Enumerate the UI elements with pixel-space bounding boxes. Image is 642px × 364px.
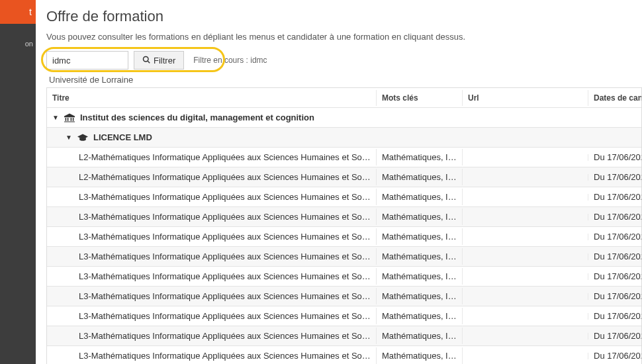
cell-url [463, 273, 588, 280]
filter-button-label: Filtrer [154, 56, 175, 66]
cell-mots: Mathématiques, Informatique [377, 208, 463, 225]
sidebar-header[interactable]: t [0, 0, 36, 24]
table-row[interactable]: L3-Mathématiques Informatique Appliquées… [47, 207, 641, 227]
cell-mots: Mathématiques, Informatique [377, 288, 463, 304]
filter-input[interactable] [46, 51, 128, 69]
cell-dates: Du 17/06/2024 [588, 248, 641, 265]
group-institution-label: Institut des sciences du digital, manage… [80, 113, 314, 122]
page-subtitle: Vous pouvez consulter les formations en … [46, 32, 642, 42]
col-header-mots[interactable]: Mots clés [377, 90, 463, 106]
filter-status: Filtre en cours : idmc [193, 56, 267, 65]
table-header: Titre Mots clés Url Dates de candidature [47, 88, 641, 108]
col-header-dates[interactable]: Dates de candidature [588, 90, 641, 106]
table-row[interactable]: L2-Mathématiques Informatique Appliquées… [47, 148, 641, 167]
cell-mots: Mathématiques, Informatique [377, 248, 463, 265]
svg-point-0 [144, 56, 149, 62]
cell-url [463, 293, 588, 300]
cell-titre: L3-Mathématiques Informatique Appliquées… [47, 208, 377, 225]
cell-mots: Mathématiques, Informatique [377, 189, 463, 205]
cell-url [463, 174, 588, 181]
tree-root-label[interactable]: Université de Lorraine [49, 75, 642, 85]
cell-url [463, 194, 588, 201]
cell-mots: Mathématiques, Informatique [377, 228, 463, 245]
graduation-cap-icon [77, 133, 88, 142]
cell-mots: Mathématiques, Informatique [377, 268, 463, 285]
cell-url [463, 214, 588, 220]
table-row[interactable]: L3-Mathématiques Informatique Appliquées… [47, 287, 641, 306]
cell-dates: Du 17/06/2024 [588, 208, 641, 225]
cell-mots: Mathématiques, Informatique [377, 169, 463, 185]
filter-button[interactable]: Filtrer [134, 51, 184, 69]
sidebar: t on [0, 0, 36, 364]
sidebar-header-label: t [29, 7, 32, 17]
sidebar-item-label: on [25, 40, 33, 48]
cell-url [463, 234, 588, 240]
table-row[interactable]: L3-Mathématiques Informatique Appliquées… [47, 346, 641, 364]
cell-dates: Du 17/06/2024 [588, 268, 641, 285]
chevron-down-icon: ▼ [52, 114, 59, 121]
cell-titre: L3-Mathématiques Informatique Appliquées… [47, 189, 377, 205]
cell-mots: Mathématiques, Informatique [377, 308, 463, 324]
page-title: Offre de formation [46, 8, 642, 25]
table-row[interactable]: L3-Mathématiques Informatique Appliquées… [47, 306, 641, 326]
cell-dates: Du 17/06/2024 [588, 149, 641, 165]
cell-dates: Du 17/06/2024 [588, 288, 641, 304]
cell-titre: L3-Mathématiques Informatique Appliquées… [47, 228, 377, 245]
table-row[interactable]: L3-Mathématiques Informatique Appliquées… [47, 247, 641, 267]
cell-dates: Du 17/06/2024 [588, 169, 641, 185]
cell-titre: L3-Mathématiques Informatique Appliquées… [47, 268, 377, 285]
cell-titre: L3-Mathématiques Informatique Appliquées… [47, 347, 377, 364]
cell-mots: Mathématiques, Informatique [377, 328, 463, 344]
table-row[interactable]: L3-Mathématiques Informatique Appliquées… [47, 227, 641, 247]
cell-dates: Du 17/06/2024 [588, 228, 641, 245]
svg-line-1 [148, 61, 150, 63]
col-header-url[interactable]: Url [463, 90, 588, 106]
group-licence[interactable]: ▼ LICENCE LMD [47, 128, 641, 148]
cell-mots: Mathématiques, Informatique [377, 347, 463, 364]
filter-row: Filtrer Filtre en cours : idmc [46, 51, 642, 69]
cell-url [463, 154, 588, 161]
cell-mots: Mathématiques, Informatique [377, 149, 463, 165]
formations-table: Titre Mots clés Url Dates de candidature… [46, 87, 642, 364]
cell-url [463, 253, 588, 260]
cell-titre: L2-Mathématiques Informatique Appliquées… [47, 169, 377, 185]
cell-titre: L3-Mathématiques Informatique Appliquées… [47, 248, 377, 265]
search-icon [142, 56, 150, 66]
institution-icon [64, 113, 75, 122]
group-licence-label: LICENCE LMD [93, 132, 152, 142]
cell-url [463, 313, 588, 320]
sidebar-item[interactable]: on [0, 24, 36, 50]
cell-dates: Du 17/06/2024 [588, 189, 641, 205]
main-content: Offre de formation Vous pouvez consulter… [36, 0, 642, 364]
table-row[interactable]: L3-Mathématiques Informatique Appliquées… [47, 326, 641, 346]
col-header-titre[interactable]: Titre [47, 90, 377, 106]
cell-titre: L3-Mathématiques Informatique Appliquées… [47, 308, 377, 324]
table-row[interactable]: L3-Mathématiques Informatique Appliquées… [47, 267, 641, 287]
cell-url [463, 353, 588, 359]
chevron-down-icon: ▼ [66, 134, 72, 141]
cell-dates: Du 17/06/2024 [588, 347, 641, 364]
table-row[interactable]: L2-Mathématiques Informatique Appliquées… [47, 167, 641, 187]
cell-titre: L2-Mathématiques Informatique Appliquées… [47, 149, 377, 165]
cell-url [463, 333, 588, 340]
group-institution[interactable]: ▼ Institut des sciences du digital, mana… [47, 108, 641, 128]
cell-titre: L3-Mathématiques Informatique Appliquées… [47, 288, 377, 304]
table-row[interactable]: L3-Mathématiques Informatique Appliquées… [47, 187, 641, 207]
cell-dates: Du 17/06/2024 [588, 308, 641, 324]
cell-titre: L3-Mathématiques Informatique Appliquées… [47, 328, 377, 344]
cell-dates: Du 17/06/2024 [588, 328, 641, 344]
